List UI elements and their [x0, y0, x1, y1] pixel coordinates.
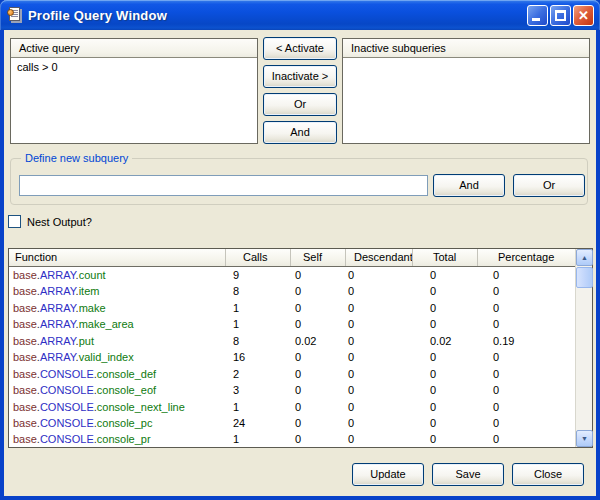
table-row[interactable]: base.CONSOLE.console_pc 24 0 0 0 0 [9, 415, 575, 431]
total-cell: 0 [412, 366, 477, 382]
nest-output-checkbox[interactable] [8, 215, 21, 228]
function-cell: base.CONSOLE.console_eof [9, 382, 225, 398]
calls-cell: 8 [225, 283, 290, 299]
calls-cell: 8 [225, 333, 290, 349]
percentage-cell: 0.19 [477, 333, 575, 349]
close-button[interactable]: ✕ [573, 5, 594, 26]
percentage-cell: 0 [477, 415, 575, 431]
descendants-cell: 0 [345, 333, 412, 349]
descendants-cell: 0 [345, 366, 412, 382]
column-header-descendants[interactable]: Descendants [345, 249, 412, 266]
feature-name: console_pc [97, 417, 153, 429]
subquery-and-button[interactable]: And [433, 174, 505, 197]
inactive-subqueries-header[interactable]: Inactive subqueries [343, 39, 589, 58]
table-row[interactable]: base.CONSOLE.console_pr 1 0 0 0 0 [9, 431, 575, 447]
total-cell: 0 [412, 399, 477, 415]
scroll-down-icon: ▼ [581, 435, 588, 442]
class-name: CONSOLE [40, 368, 94, 380]
minimize-button[interactable] [527, 5, 548, 26]
descendants-cell: 0 [345, 415, 412, 431]
total-cell: 0 [412, 283, 477, 299]
inactive-subqueries-panel: Inactive subqueries [342, 38, 590, 144]
function-cell: base.ARRAY.put [9, 333, 225, 349]
calls-cell: 24 [225, 415, 290, 431]
function-cell: base.ARRAY.make [9, 300, 225, 316]
update-button[interactable]: Update [352, 463, 424, 486]
table-row[interactable]: base.ARRAY.item 8 0 0 0 0 [9, 283, 575, 299]
column-header-percentage[interactable]: Percentage [477, 249, 575, 266]
column-header-total[interactable]: Total [412, 249, 477, 266]
table-row[interactable]: base.CONSOLE.console_def 2 0 0 0 0 [9, 366, 575, 382]
calls-cell: 16 [225, 349, 290, 365]
cluster-name: base [13, 417, 37, 429]
self-cell: 0 [290, 382, 345, 398]
percentage-cell: 0 [477, 349, 575, 365]
active-query-list[interactable]: calls > 0 [11, 59, 257, 143]
titlebar[interactable]: Profile Query Window ✕ [0, 0, 600, 30]
subquery-input[interactable] [19, 175, 428, 196]
cluster-name: base [13, 433, 37, 445]
scroll-down-button[interactable]: ▼ [576, 430, 593, 447]
column-header-calls[interactable]: Calls [225, 249, 290, 266]
define-subquery-label: Define new subquery [21, 151, 132, 165]
close-button-footer[interactable]: Close [512, 463, 584, 486]
active-query-item[interactable]: calls > 0 [11, 59, 257, 75]
function-cell: base.CONSOLE.console_pc [9, 415, 225, 431]
activate-button[interactable]: < Activate [263, 37, 337, 60]
window: Profile Query Window ✕ Active query call… [0, 0, 600, 500]
define-subquery-groupbox: Define new subquery And Or [10, 158, 588, 205]
table-header: Function Calls Self Descendants Total Pe… [9, 249, 575, 267]
feature-name: valid_index [79, 351, 134, 363]
function-cell: base.CONSOLE.console_def [9, 366, 225, 382]
self-cell: 0 [290, 267, 345, 283]
class-name: ARRAY [40, 302, 76, 314]
column-header-function[interactable]: Function [9, 249, 225, 266]
column-header-self[interactable]: Self [290, 249, 345, 266]
maximize-button[interactable] [550, 5, 571, 26]
feature-name: console_next_line [97, 401, 185, 413]
minimize-icon [532, 18, 540, 21]
feature-name: make [79, 302, 106, 314]
scroll-up-button[interactable]: ▲ [576, 249, 593, 266]
function-cell: base.ARRAY.make_area [9, 316, 225, 332]
table-body: base.ARRAY.count 9 0 0 0 0 base.ARRAY.it… [9, 267, 575, 447]
cluster-name: base [13, 335, 37, 347]
vertical-scrollbar[interactable]: ▲ ▼ [575, 249, 592, 447]
or-button[interactable]: Or [263, 93, 337, 116]
inactive-subqueries-list[interactable] [343, 59, 589, 143]
table-row[interactable]: base.ARRAY.count 9 0 0 0 0 [9, 267, 575, 283]
feature-name: console_eof [97, 384, 156, 396]
inactivate-button[interactable]: Inactivate > [263, 65, 337, 88]
feature-name: console_pr [97, 433, 151, 445]
table-row[interactable]: base.ARRAY.make 1 0 0 0 0 [9, 300, 575, 316]
scroll-up-icon: ▲ [581, 254, 588, 261]
function-cell: base.ARRAY.valid_index [9, 349, 225, 365]
scrollbar-thumb[interactable] [576, 267, 593, 288]
save-button[interactable]: Save [432, 463, 504, 486]
subquery-or-button[interactable]: Or [513, 174, 585, 197]
table-row[interactable]: base.ARRAY.make_area 1 0 0 0 0 [9, 316, 575, 332]
cluster-name: base [13, 269, 37, 281]
table-row[interactable]: base.CONSOLE.console_eof 3 0 0 0 0 [9, 382, 575, 398]
nest-output-row: Nest Output? [8, 214, 92, 229]
table-row[interactable]: base.ARRAY.put 8 0.02 0 0.02 0.19 [9, 333, 575, 349]
orange-badge-icon [7, 9, 14, 16]
window-title: Profile Query Window [28, 8, 527, 23]
cluster-name: base [13, 318, 37, 330]
class-name: CONSOLE [40, 417, 94, 429]
function-cell: base.CONSOLE.console_pr [9, 431, 225, 447]
and-button[interactable]: And [263, 121, 337, 144]
self-cell: 0 [290, 415, 345, 431]
self-cell: 0 [290, 316, 345, 332]
class-name: ARRAY [40, 318, 76, 330]
active-query-header[interactable]: Active query [11, 39, 257, 58]
close-icon: ✕ [578, 9, 589, 22]
cluster-name: base [13, 285, 37, 297]
table-row[interactable]: base.CONSOLE.console_next_line 1 0 0 0 0 [9, 399, 575, 415]
table-row[interactable]: base.ARRAY.valid_index 16 0 0 0 0 [9, 349, 575, 365]
total-cell: 0 [412, 382, 477, 398]
feature-name: count [79, 269, 106, 281]
nest-output-label[interactable]: Nest Output? [27, 216, 92, 228]
calls-cell: 1 [225, 431, 290, 447]
dialog-client-area: Active query calls > 0 < Activate Inacti… [4, 30, 596, 496]
